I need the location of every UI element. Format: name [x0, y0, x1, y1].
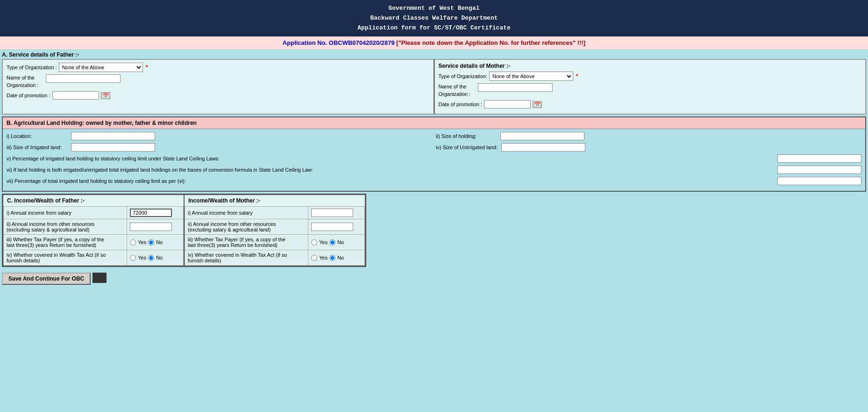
father-wealth-yes-radio[interactable] [130, 255, 136, 261]
mother-salary-label: i) Annual income from salary [185, 207, 308, 219]
mother-salary-cell [308, 207, 365, 219]
father-date-row: Date of promotion : 📅 [7, 91, 430, 100]
row-if-both: vi) If land holding is both irrigated/un… [7, 166, 861, 174]
mother-other-label: ii) Annual income from other resources(e… [185, 219, 308, 235]
row-location-size: i) Location: ii) Size of holding: [7, 132, 861, 140]
mother-other-cell [308, 219, 365, 235]
app-notice-suffix: ["Please note down the Application No. f… [396, 39, 585, 46]
if-both-input[interactable] [777, 166, 861, 174]
row-irrigated-unirrigated: iii) Size of Irrigated land: iv) Size of… [7, 143, 861, 152]
mother-org-name-input[interactable] [478, 83, 553, 92]
location-input[interactable] [71, 132, 155, 140]
mother-calendar-btn[interactable]: 📅 [533, 101, 542, 108]
mother-income-table: i) Annual income from salary ii) Annual … [185, 206, 365, 266]
col-location: i) Location: [7, 132, 432, 140]
size-irrigated-input[interactable] [71, 143, 155, 152]
mother-other-input[interactable] [311, 223, 353, 231]
section-b: B. Agricultural Land Holding: owned by m… [2, 116, 866, 192]
father-wealth-label: iv) Whether covered in Wealth Tax Act (i… [4, 250, 127, 266]
mother-other-row: ii) Annual income from other resources(e… [185, 219, 365, 235]
col-irrigated: iii) Size of Irrigated land: [7, 143, 432, 152]
father-date-input[interactable] [52, 91, 99, 100]
mother-wealth-radio: Yes No [311, 255, 362, 261]
father-taxpayer-yes-radio[interactable] [130, 239, 136, 246]
father-wealth-row: iv) Whether covered in Wealth Tax Act (i… [4, 250, 184, 266]
size-unirrigated-input[interactable] [501, 143, 585, 152]
mother-org-type-row: Type of Organization: None of the Above … [439, 72, 862, 81]
father-salary-input[interactable] [130, 209, 172, 217]
mother-date-label: Date of promotion : [439, 101, 483, 107]
father-other-cell [127, 219, 184, 235]
main-container: A. Service details of Father :- Type of … [0, 50, 868, 287]
location-label: i) Location: [7, 133, 67, 139]
header-line3: Application form for SC/ST/OBC Certifica… [0, 23, 868, 33]
section-c-father: C. Income/Wealth of Father :- i) Annual … [3, 195, 184, 266]
mother-date-input[interactable] [484, 100, 531, 108]
father-taxpayer-cell: Yes No [127, 235, 184, 250]
father-income-table: i) Annual income from salary ii) Annual … [3, 206, 184, 266]
mother-org-name-label: Name of theOrganization : [439, 83, 476, 98]
mother-org-type-select[interactable]: None of the Above Government Semi-Govern… [489, 72, 573, 81]
mother-wealth-cell: Yes No [308, 250, 365, 266]
father-other-row: ii) Annual income from other resources(e… [4, 219, 184, 235]
section-a: Type of Organization : None of the Above… [2, 59, 866, 115]
save-black-bar [92, 273, 107, 283]
father-org-type-row: Type of Organization : None of the Above… [7, 63, 430, 72]
father-org-type-select[interactable]: None of the Above Government Semi-Govern… [59, 63, 143, 72]
father-other-input[interactable] [130, 223, 172, 231]
mother-org-required: * [576, 73, 578, 80]
if-both-label: vi) If land holding is both irrigated/un… [7, 167, 774, 173]
percentage-total-label: vii) Percentage of total irrigated land … [7, 178, 774, 184]
section-b-header: B. Agricultural Land Holding: owned by m… [3, 117, 865, 129]
mother-taxpayer-cell: Yes No [308, 235, 365, 250]
father-org-type-label: Type of Organization : [7, 65, 57, 70]
col-unirrigated: iv) Size of Unirrigated land: [436, 143, 861, 152]
mother-org-type-label: Type of Organization: [439, 73, 488, 79]
mother-wealth-yes-label: Yes [319, 255, 327, 260]
size-holding-input[interactable] [500, 132, 584, 140]
mother-wealth-yes-radio[interactable] [311, 255, 317, 261]
father-date-label: Date of promotion : [7, 93, 50, 98]
mother-wealth-label: iv) Whether covered in Wealth Tax Act (i… [185, 250, 308, 266]
app-number: Application No. OBCWB07042020/2879 [283, 39, 395, 46]
father-calendar-btn[interactable]: 📅 [101, 92, 110, 99]
mother-wealth-row: iv) Whether covered in Wealth Tax Act (i… [185, 250, 365, 266]
section-c-mother: Income/Wealth of Mother :- i) Annual inc… [184, 195, 365, 266]
father-wealth-no-label: No [156, 255, 163, 260]
father-salary-row: i) Annual income from salary [4, 207, 184, 219]
section-a-mother-title: Service details of Mother :- [439, 63, 862, 69]
father-salary-cell [127, 207, 184, 219]
mother-wealth-no-label: No [337, 255, 344, 260]
mother-taxpayer-radio: Yes No [311, 239, 362, 246]
father-org-name-input[interactable] [46, 74, 121, 83]
size-unirrigated-label: iv) Size of Unirrigated land: [436, 145, 498, 150]
app-notice: Application No. OBCWB07042020/2879 ["Ple… [0, 36, 868, 50]
father-taxpayer-no-label: No [156, 239, 163, 245]
father-other-label: ii) Annual income from other resources(e… [4, 219, 127, 235]
section-a-mother: Service details of Mother :- Type of Org… [434, 59, 866, 114]
father-salary-label: i) Annual income from salary [4, 207, 127, 219]
mother-wealth-no-radio[interactable] [329, 255, 335, 261]
father-wealth-no-radio[interactable] [148, 255, 154, 261]
header-line1: Government of West Bengal [0, 4, 868, 14]
save-continue-button[interactable]: Save And Continue For OBC [2, 273, 91, 285]
mother-org-name-row: Name of theOrganization : [439, 83, 862, 98]
section-c-father-header: C. Income/Wealth of Father :- [3, 195, 184, 206]
percentage-total-input[interactable] [777, 177, 861, 185]
percentage-irrigated-input[interactable] [777, 154, 861, 163]
percentage-irrigated-label: v) Percentage of irrigated land holding … [7, 156, 774, 161]
section-a-title-left: A. Service details of Father :- [2, 51, 866, 58]
mother-salary-row: i) Annual income from salary [185, 207, 365, 219]
col-size-holding: ii) Size of holding: [436, 132, 861, 140]
father-wealth-yes-label: Yes [138, 255, 146, 260]
section-c-mother-header: Income/Wealth of Mother :- [185, 195, 365, 206]
header-line2: Backward Classes Welfare Department [0, 14, 868, 23]
father-org-required: * [146, 64, 148, 71]
mother-taxpayer-yes-radio[interactable] [311, 239, 317, 246]
mother-taxpayer-no-radio[interactable] [329, 239, 335, 246]
father-wealth-radio: Yes No [130, 255, 180, 261]
mother-salary-input[interactable] [311, 209, 353, 217]
father-taxpayer-no-radio[interactable] [148, 239, 154, 246]
father-taxpayer-yes-label: Yes [138, 239, 146, 245]
mother-taxpayer-row: iii) Whether Tax Payer (if yes, a copy o… [185, 235, 365, 250]
